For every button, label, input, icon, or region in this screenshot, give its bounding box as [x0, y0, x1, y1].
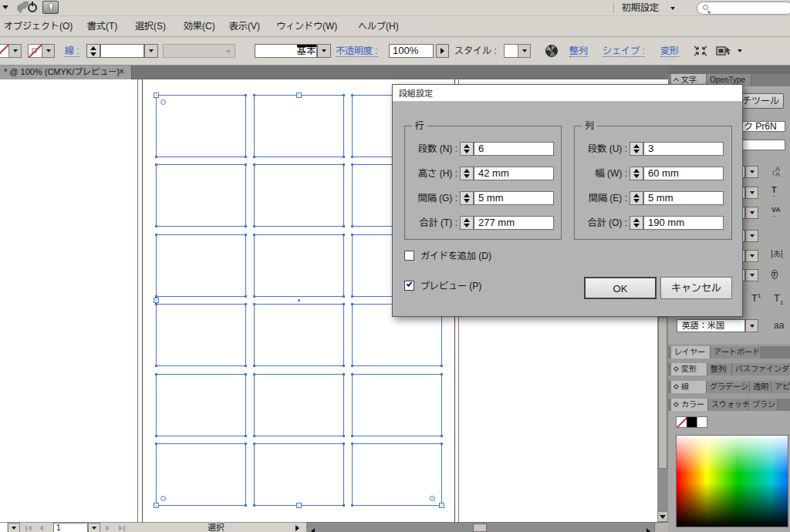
- stepper-down-icon[interactable]: [464, 224, 470, 227]
- preview-checkbox[interactable]: [404, 281, 414, 291]
- stepper-down-icon[interactable]: [633, 199, 640, 203]
- anti-aliasing-icon[interactable]: aa: [774, 320, 784, 331]
- tsume-dropdown[interactable]: [745, 250, 758, 262]
- panel-tab[interactable]: パスファインダー: [732, 363, 790, 375]
- document-tab[interactable]: * @ 100% (CMYK/プレビュー) ×: [0, 66, 132, 79]
- opacity-input[interactable]: 100%: [389, 44, 434, 58]
- brush-definition-dropdown[interactable]: [317, 44, 331, 58]
- style-swatch[interactable]: [505, 45, 518, 57]
- stepper-down-icon[interactable]: [464, 150, 470, 153]
- field-stepper[interactable]: [630, 142, 643, 156]
- panel-tab[interactable]: アピアランス: [771, 381, 790, 393]
- stepper-up-icon[interactable]: [464, 194, 470, 197]
- stroke-color-dropdown[interactable]: [42, 45, 54, 57]
- menu-5[interactable]: ウィンドウ(W): [276, 17, 337, 36]
- stepper-down-icon[interactable]: [464, 199, 470, 203]
- field-stepper[interactable]: [460, 142, 474, 156]
- fill-color-swatch[interactable]: [0, 45, 8, 57]
- character-rotation-dropdown[interactable]: [745, 269, 758, 281]
- black-swatch[interactable]: [687, 417, 697, 427]
- previous-artboard-button[interactable]: [39, 525, 43, 531]
- panel-tab[interactable]: レイヤー: [671, 346, 711, 359]
- proportional-metrics-dropdown[interactable]: [745, 230, 758, 242]
- stroke-color-swatch[interactable]: [29, 45, 42, 57]
- language-dropdown-button[interactable]: [745, 319, 758, 332]
- language-dropdown[interactable]: 英語：米国: [677, 319, 745, 332]
- horizontal-scrollbar-thumb[interactable]: [473, 524, 487, 532]
- field-stepper[interactable]: [460, 216, 474, 230]
- scroll-left-button[interactable]: [308, 524, 319, 532]
- stepper-down-icon[interactable]: [464, 174, 470, 178]
- grid-rectangle[interactable]: [254, 95, 344, 157]
- select-similar-dropdown-icon[interactable]: [738, 49, 742, 52]
- grid-rectangle[interactable]: [156, 95, 246, 157]
- panel-tab[interactable]: スウォッチ: [708, 399, 749, 411]
- panel-tab[interactable]: 線: [671, 381, 707, 393]
- superscript-button[interactable]: T1: [751, 292, 761, 304]
- grid-rectangle[interactable]: [156, 234, 246, 297]
- artboard-dropdown-button[interactable]: [88, 523, 100, 532]
- field-input[interactable]: 190 mm: [643, 216, 724, 230]
- field-stepper[interactable]: [630, 191, 643, 205]
- white-swatch[interactable]: [697, 417, 707, 427]
- panel-tab[interactable]: グラデーション: [707, 381, 750, 393]
- stepper-down-icon[interactable]: [90, 52, 96, 56]
- align-panel-link[interactable]: 整列: [569, 44, 588, 58]
- field-stepper[interactable]: [460, 191, 474, 205]
- subscript-button[interactable]: T1: [774, 292, 783, 304]
- field-input[interactable]: 5 mm: [643, 191, 724, 205]
- stepper-up-icon[interactable]: [90, 46, 96, 50]
- field-input[interactable]: 5 mm: [474, 191, 554, 205]
- menu-0[interactable]: オブジェクト(O): [4, 17, 73, 36]
- workspace-arrow-icon[interactable]: [670, 7, 675, 10]
- grid-rectangle[interactable]: [156, 443, 246, 506]
- fill-color-dropdown[interactable]: [8, 45, 21, 57]
- grid-rectangle[interactable]: [352, 374, 442, 436]
- zoom-field[interactable]: [0, 523, 7, 532]
- panel-tab[interactable]: 整列: [707, 363, 732, 375]
- grid-rectangle[interactable]: [254, 234, 344, 297]
- shape-panel-link[interactable]: シェイプ :: [603, 44, 645, 58]
- tracking-dropdown[interactable]: [745, 207, 758, 219]
- stepper-up-icon[interactable]: [464, 169, 470, 173]
- stepper-down-icon[interactable]: [633, 224, 640, 227]
- field-input[interactable]: 6: [474, 142, 554, 156]
- stroke-weight-input[interactable]: [100, 44, 144, 58]
- stepper-up-icon[interactable]: [464, 218, 470, 222]
- add-guides-checkbox[interactable]: [404, 251, 414, 261]
- field-stepper[interactable]: [630, 167, 643, 180]
- cancel-button[interactable]: キャンセル: [660, 277, 732, 299]
- panel-tab[interactable]: 透明: [750, 381, 771, 393]
- last-artboard-button[interactable]: [119, 525, 125, 531]
- workspace-switcher[interactable]: 初期設定: [622, 2, 659, 15]
- menu-6[interactable]: ヘルプ(H): [358, 17, 399, 36]
- ok-button[interactable]: OK: [584, 277, 657, 299]
- width-profile-dropdown[interactable]: [163, 44, 235, 58]
- stepper-up-icon[interactable]: [633, 218, 640, 222]
- grid-rectangle[interactable]: [352, 443, 442, 506]
- app-menu-arrow-icon[interactable]: [2, 5, 8, 9]
- status-expand-icon[interactable]: [295, 525, 299, 531]
- first-artboard-button[interactable]: [25, 525, 32, 531]
- stroke-weight-stepper[interactable]: [86, 44, 100, 58]
- panel-tab[interactable]: アートボード: [711, 346, 761, 359]
- grid-rectangle[interactable]: [156, 304, 246, 366]
- menu-2[interactable]: 選択(S): [135, 17, 166, 36]
- document-tab-close-icon[interactable]: ×: [119, 66, 124, 79]
- stepper-down-icon[interactable]: [633, 150, 640, 153]
- next-artboard-button[interactable]: [106, 525, 110, 531]
- grid-rectangle[interactable]: [254, 443, 344, 506]
- search-input[interactable]: [697, 2, 790, 15]
- field-input[interactable]: 277 mm: [474, 216, 554, 230]
- panel-tab[interactable]: カラー: [671, 399, 708, 411]
- isolate-selection-icon[interactable]: [693, 45, 708, 59]
- stepper-up-icon[interactable]: [633, 194, 640, 197]
- transform-panel-link[interactable]: 変形: [660, 44, 679, 58]
- stroke-weight-dropdown[interactable]: [144, 44, 158, 58]
- brush-definition-field[interactable]: 基本: [255, 44, 317, 58]
- stroke-panel-link[interactable]: 線 :: [65, 44, 79, 58]
- stepper-up-icon[interactable]: [464, 144, 470, 148]
- grid-rectangle[interactable]: [254, 164, 344, 227]
- dialog-titlebar[interactable]: 段組設定: [393, 85, 742, 102]
- field-input[interactable]: 42 mm: [474, 167, 554, 180]
